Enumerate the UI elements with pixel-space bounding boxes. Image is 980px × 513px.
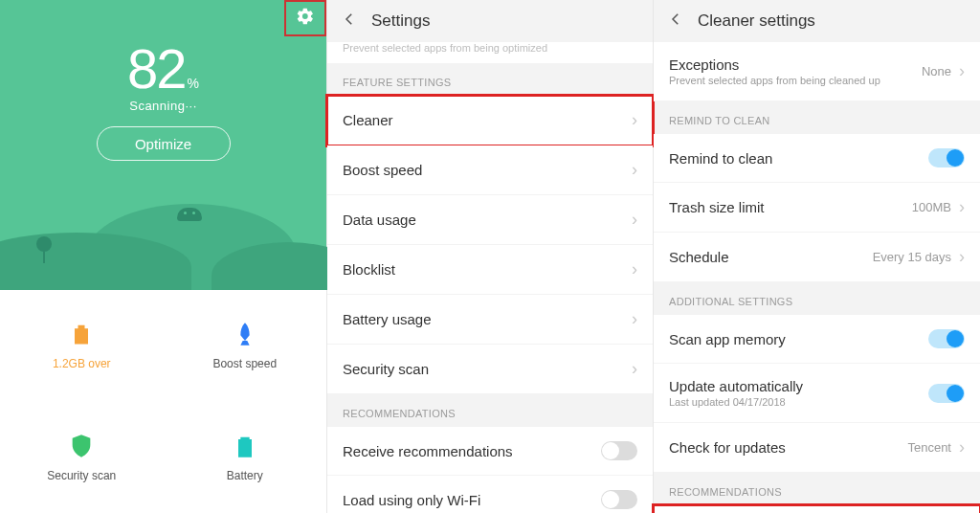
row-boost-speed[interactable]: Boost speed ›	[327, 145, 653, 195]
cleaner-settings-panel: Cleaner settings Exceptions Prevent sele…	[653, 0, 980, 513]
chevron-right-icon: ›	[632, 309, 637, 329]
row-label: Scan app memory	[669, 331, 786, 347]
row-label: Load using only Wi-Fi	[343, 492, 480, 508]
security-app-panel: 82% Scanning··· Optimize ᭼ ᭼ 1.2GB over …	[0, 0, 326, 513]
row-label: Boost speed	[343, 162, 422, 178]
row-battery-usage[interactable]: Battery usage ›	[327, 295, 653, 345]
row-update-automatically[interactable]: Update automatically Last updated 04/17/…	[654, 364, 980, 423]
scan-status: Scanning···	[0, 99, 326, 113]
row-label: Data usage	[343, 212, 416, 228]
row-subtext: Last updated 04/17/2018	[669, 396, 803, 408]
row-value: None	[922, 64, 951, 78]
shield-icon	[68, 433, 95, 459]
chevron-right-icon: ›	[632, 160, 637, 180]
row-exceptions[interactable]: Exceptions Prevent selected apps from be…	[654, 42, 980, 101]
row-label: Security scan	[343, 361, 429, 377]
optimize-button[interactable]: Optimize	[97, 126, 231, 161]
feature-grid: 1.2GB over Boost speed Security scan Bat…	[0, 290, 326, 513]
toggle-on[interactable]	[928, 329, 965, 348]
header: Cleaner settings	[654, 0, 980, 42]
gear-icon[interactable]	[296, 7, 315, 30]
row-data-usage[interactable]: Data usage ›	[327, 195, 653, 245]
header: Settings	[327, 0, 653, 42]
row-remind-to-clean[interactable]: Remind to clean	[654, 134, 980, 183]
chevron-right-icon: ›	[632, 210, 637, 230]
row-cleaner[interactable]: Cleaner ›	[327, 96, 653, 145]
tile-cleaner[interactable]: 1.2GB over	[0, 290, 164, 402]
chevron-right-icon: ›	[632, 110, 637, 130]
section-remind: REMIND TO CLEAN	[654, 101, 980, 134]
trash-icon	[68, 321, 95, 347]
back-icon[interactable]	[341, 11, 358, 33]
section-recommendations: RECOMMENDATIONS	[654, 473, 980, 505]
chevron-right-icon: ›	[959, 61, 965, 81]
row-check-updates[interactable]: Check for updates Tencent›	[654, 423, 980, 473]
row-label: Remind to clean	[669, 150, 772, 167]
row-value: Tencent	[907, 440, 951, 455]
row-label: Receive recommendations	[343, 443, 513, 459]
row-label: Update automatically	[669, 378, 803, 394]
settings-panel: Settings Prevent selected apps from bein…	[326, 0, 653, 513]
security-hero: 82% Scanning··· Optimize ᭼ ᭼	[0, 0, 326, 290]
row-receive-recommendations[interactable]: Receive recommendations	[654, 505, 980, 513]
row-schedule[interactable]: Schedule Every 15 days›	[654, 233, 980, 282]
tile-label: Battery	[227, 469, 263, 482]
row-scan-app-memory[interactable]: Scan app memory	[654, 315, 980, 364]
tile-label: Security scan	[47, 469, 116, 482]
battery-icon	[232, 433, 258, 459]
toggle-off[interactable]	[601, 490, 637, 509]
row-trash-size-limit[interactable]: Trash size limit 100MB›	[654, 183, 980, 233]
tile-battery[interactable]: Battery	[164, 402, 327, 514]
row-blocklist[interactable]: Blocklist ›	[327, 245, 653, 295]
row-label: Battery usage	[343, 311, 432, 327]
row-security-scan[interactable]: Security scan ›	[327, 345, 653, 394]
header-title: Cleaner settings	[698, 11, 815, 31]
score-block: 82% Scanning··· Optimize	[0, 0, 326, 161]
rocket-icon	[232, 321, 258, 347]
chevron-right-icon: ›	[959, 197, 965, 217]
row-value: Every 15 days	[873, 250, 951, 264]
section-feature-settings: FEATURE SETTINGS	[327, 63, 653, 96]
back-icon[interactable]	[667, 11, 684, 33]
header-title: Settings	[371, 11, 430, 31]
row-label: Check for updates	[669, 439, 786, 456]
tile-security[interactable]: Security scan	[0, 402, 164, 514]
row-label: Cleaner	[343, 112, 393, 128]
row-receive-recommendations[interactable]: Receive recommendations	[327, 427, 653, 476]
score-number: 82	[127, 36, 186, 100]
toggle-off[interactable]	[601, 441, 637, 460]
landscape-illustration: ᭼ ᭼	[0, 175, 326, 290]
chevron-right-icon: ›	[632, 359, 637, 379]
row-subtext: Prevent selected apps from being cleaned…	[669, 75, 880, 86]
section-recommendations: RECOMMENDATIONS	[327, 394, 653, 427]
row-label: Trash size limit	[669, 199, 764, 215]
tile-label: Boost speed	[212, 357, 277, 370]
settings-gear-highlight	[284, 0, 326, 36]
score-percent: %	[188, 76, 199, 91]
chevron-right-icon: ›	[959, 247, 965, 267]
row-label: Exceptions	[669, 56, 880, 73]
row-label: Blocklist	[343, 261, 395, 278]
row-load-wifi-only[interactable]: Load using only Wi-Fi	[327, 476, 653, 513]
chevron-right-icon: ›	[959, 437, 965, 457]
toggle-on[interactable]	[928, 384, 965, 403]
toggle-on[interactable]	[928, 148, 965, 167]
row-value: 100MB	[912, 200, 951, 214]
row-label: Schedule	[669, 249, 729, 265]
section-additional: ADDITIONAL SETTINGS	[654, 282, 980, 315]
chevron-right-icon: ›	[632, 259, 637, 279]
tile-boost[interactable]: Boost speed	[164, 290, 327, 402]
tile-label: 1.2GB over	[53, 357, 111, 370]
truncated-subtext: Prevent selected apps from being optimiz…	[327, 42, 653, 63]
